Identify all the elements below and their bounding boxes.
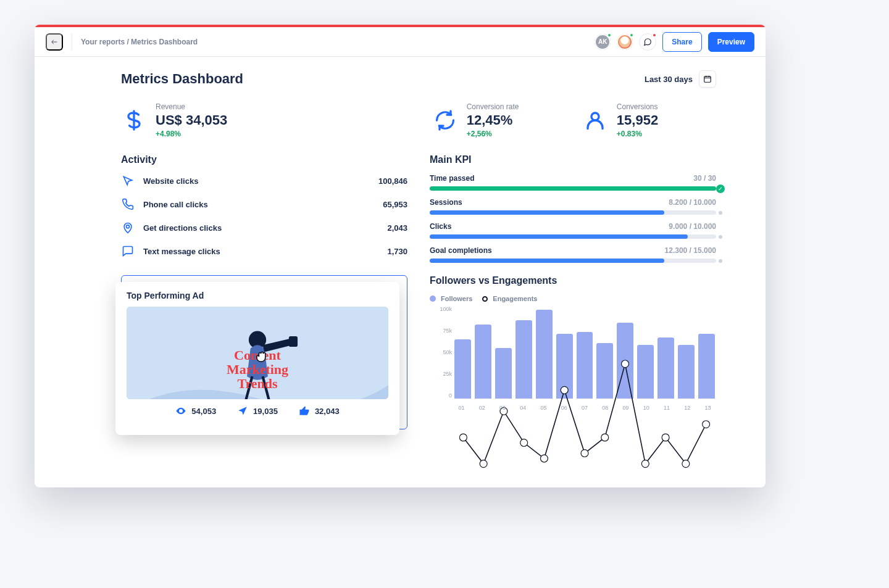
breadcrumb: Your reports / Metrics Dashboard bbox=[81, 38, 198, 46]
avatar-user-photo[interactable] bbox=[617, 34, 633, 50]
line-point bbox=[622, 360, 629, 368]
ad-likes: 32,043 bbox=[299, 405, 340, 416]
check-icon: ✓ bbox=[716, 184, 725, 193]
svg-point-11 bbox=[180, 410, 182, 412]
activity-label: Text message clicks bbox=[143, 247, 220, 256]
thumbs-up-icon bbox=[299, 405, 310, 416]
legend-followers: Followers bbox=[430, 295, 472, 302]
ad-shares-value: 19,035 bbox=[253, 407, 278, 416]
line-point bbox=[480, 460, 487, 468]
kpi-label: Revenue bbox=[156, 102, 227, 111]
progress-track bbox=[430, 259, 716, 263]
share-button[interactable]: Share bbox=[662, 32, 701, 52]
date-range-label: Last 30 days bbox=[645, 75, 693, 84]
x-tick: 02 bbox=[474, 405, 490, 411]
ad-likes-value: 32,043 bbox=[315, 407, 340, 416]
avatar-initials: AK bbox=[598, 38, 607, 45]
svg-rect-10 bbox=[289, 336, 298, 347]
back-button[interactable] bbox=[46, 33, 63, 51]
svg-rect-1 bbox=[704, 77, 711, 82]
x-tick: 09 bbox=[617, 405, 634, 411]
activity-section: Activity Website clicks 100,846 bbox=[121, 154, 407, 263]
line-point bbox=[601, 434, 609, 441]
ad-views: 54,053 bbox=[175, 405, 216, 416]
eye-icon bbox=[175, 405, 186, 416]
y-tick: 25k bbox=[443, 371, 452, 377]
kpi-progress-value: 12.300 / 15.000 bbox=[665, 246, 716, 255]
map-pin-icon bbox=[121, 221, 135, 234]
activity-label: Get directions clicks bbox=[143, 223, 222, 233]
x-tick: 08 bbox=[597, 405, 614, 411]
activity-row-directions: Get directions clicks 2,043 bbox=[121, 221, 407, 234]
divider bbox=[72, 33, 72, 51]
message-icon bbox=[121, 244, 135, 258]
line-point bbox=[459, 434, 467, 441]
kpi-conversions: Conversions 15,952 +0.83% bbox=[582, 102, 716, 138]
kpi-value: 12,45% bbox=[467, 112, 519, 128]
kpi-progress-label: Time passed bbox=[430, 174, 474, 183]
legend-ring-icon bbox=[482, 296, 488, 302]
kpi-delta: +2,56% bbox=[467, 130, 519, 138]
y-tick: 75k bbox=[443, 328, 452, 334]
svg-point-6 bbox=[591, 113, 599, 120]
kpi-delta: +0.83% bbox=[617, 130, 658, 138]
presence-dot-icon bbox=[607, 33, 612, 38]
kpi-conversion-rate: Conversion rate 12,45% +2,56% bbox=[432, 102, 566, 138]
dollar-icon bbox=[121, 107, 147, 133]
kpi-progress-label: Goal completions bbox=[430, 246, 492, 255]
x-tick: 04 bbox=[515, 405, 532, 411]
kpi-row: Revenue US$ 34,053 +4.98% Conversion rat… bbox=[121, 102, 716, 138]
x-tick: 10 bbox=[638, 405, 654, 411]
x-tick: 03 bbox=[494, 405, 511, 411]
x-tick: 07 bbox=[576, 405, 593, 411]
date-picker-button[interactable] bbox=[699, 70, 716, 88]
chart-section: Followers vs Engagements Followers Engag… bbox=[430, 275, 716, 429]
line-point bbox=[703, 421, 710, 428]
chart-title: Followers vs Engagements bbox=[430, 275, 716, 286]
kpi-progress-label: Sessions bbox=[430, 198, 462, 207]
line-point bbox=[662, 434, 669, 441]
engagements-line bbox=[463, 364, 706, 464]
avatar-user-ak[interactable]: AK bbox=[595, 34, 611, 50]
kpi-label: Conversion rate bbox=[467, 102, 519, 111]
track-dot-icon bbox=[719, 235, 722, 239]
kpi-revenue: Revenue US$ 34,053 +4.98% bbox=[121, 102, 416, 138]
page-title: Metrics Dashboard bbox=[121, 71, 243, 87]
ad-views-value: 54,053 bbox=[191, 407, 216, 416]
progress-track: ✓ bbox=[430, 186, 716, 191]
kpi-label: Conversions bbox=[617, 102, 658, 111]
legend-engagements: Engagements bbox=[482, 295, 537, 302]
kpi-value: 15,952 bbox=[617, 112, 658, 128]
line-point bbox=[520, 439, 528, 447]
chart: 100k75k50k25k0 0102030405060708091011121… bbox=[430, 306, 716, 411]
app-window: Your reports / Metrics Dashboard AK Shar… bbox=[35, 25, 766, 487]
line-point bbox=[540, 455, 548, 462]
y-tick: 0 bbox=[449, 392, 452, 399]
comments-button[interactable] bbox=[639, 33, 656, 51]
kpi-progress-item: Goal completions12.300 / 15.000 bbox=[430, 246, 716, 263]
legend-label: Followers bbox=[441, 295, 472, 302]
user-icon bbox=[582, 107, 608, 133]
track-dot-icon bbox=[719, 211, 722, 215]
progress-track bbox=[430, 210, 716, 215]
activity-row-text: Text message clicks 1,730 bbox=[121, 244, 407, 258]
legend-label: Engagements bbox=[493, 295, 537, 302]
x-tick: 12 bbox=[679, 405, 696, 411]
kpi-progress-item: Time passed30 / 30✓ bbox=[430, 174, 716, 191]
send-icon bbox=[237, 405, 248, 416]
legend-swatch-icon bbox=[430, 296, 436, 302]
cursor-icon bbox=[121, 174, 135, 188]
y-tick: 100k bbox=[440, 306, 452, 312]
y-tick: 50k bbox=[443, 349, 452, 355]
preview-button[interactable]: Preview bbox=[708, 32, 754, 52]
x-tick: 01 bbox=[453, 405, 470, 411]
content: Metrics Dashboard Last 30 days bbox=[35, 57, 766, 442]
kpi-progress-item: Clicks9.000 / 10.000 bbox=[430, 222, 716, 239]
x-tick: 06 bbox=[556, 405, 572, 411]
presence-dot-icon bbox=[629, 33, 634, 38]
ad-shares: 19,035 bbox=[237, 405, 278, 416]
refresh-icon bbox=[432, 107, 458, 133]
activity-value: 1,730 bbox=[387, 247, 407, 256]
activity-row-website: Website clicks 100,846 bbox=[121, 174, 407, 188]
track-dot-icon bbox=[719, 259, 722, 263]
